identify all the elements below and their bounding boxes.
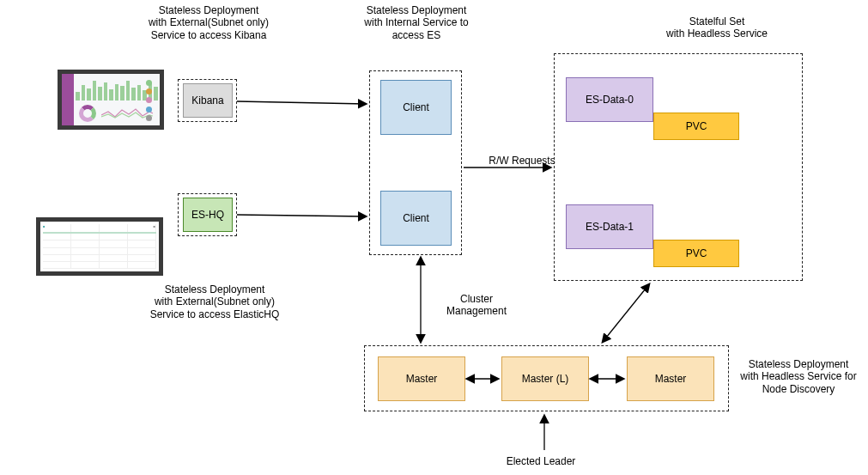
node-label: PVC bbox=[686, 247, 707, 259]
svg-line-1 bbox=[237, 215, 366, 216]
node-label: Kibana bbox=[191, 94, 223, 107]
node-label: Client bbox=[403, 101, 429, 113]
node-label: ES-HQ bbox=[191, 209, 224, 221]
node-kibana: Kibana bbox=[183, 83, 233, 118]
caption-kibana-deployment: Stateless Deploymentwith External(Subnet… bbox=[127, 4, 290, 41]
node-label: PVC bbox=[686, 120, 707, 132]
screenshot-kibana bbox=[58, 70, 164, 130]
node-pvc-0: PVC bbox=[653, 113, 739, 140]
node-label: Master (L) bbox=[522, 373, 569, 385]
caption-client-deployment: Stateless Deploymentwith Internal Servic… bbox=[343, 4, 489, 41]
node-master-1: Master bbox=[378, 356, 465, 401]
caption-master-deployment: Stateless Deploymentwith Headless Servic… bbox=[734, 358, 863, 395]
node-label: ES-Data-1 bbox=[586, 221, 634, 233]
node-master-leader: Master (L) bbox=[501, 356, 589, 401]
caption-statefulset: Statelful Setwith Headless Service bbox=[644, 15, 790, 40]
node-master-3: Master bbox=[627, 356, 714, 401]
caption-cluster-management: ClusterManagement bbox=[434, 293, 519, 318]
node-label: Client bbox=[403, 212, 429, 224]
node-label: Master bbox=[406, 373, 438, 385]
node-pvc-1: PVC bbox=[653, 240, 739, 267]
node-client-1: Client bbox=[380, 80, 452, 135]
caption-eshq-deployment: Stateless Deploymentwith External(Subnet… bbox=[129, 283, 300, 320]
node-eshq: ES-HQ bbox=[183, 198, 233, 232]
node-esdata-1: ES-Data-1 bbox=[566, 204, 653, 249]
node-label: Master bbox=[655, 373, 687, 385]
node-client-2: Client bbox=[380, 191, 452, 246]
node-esdata-0: ES-Data-0 bbox=[566, 77, 653, 122]
screenshot-eshq: ■■ bbox=[36, 217, 163, 276]
svg-line-0 bbox=[237, 101, 366, 104]
caption-elected-leader: Elected Leader bbox=[489, 455, 592, 467]
node-label: ES-Data-0 bbox=[586, 94, 634, 106]
diagram-canvas: Stateless Deploymentwith External(Subnet… bbox=[0, 0, 868, 475]
svg-line-6 bbox=[603, 284, 649, 342]
